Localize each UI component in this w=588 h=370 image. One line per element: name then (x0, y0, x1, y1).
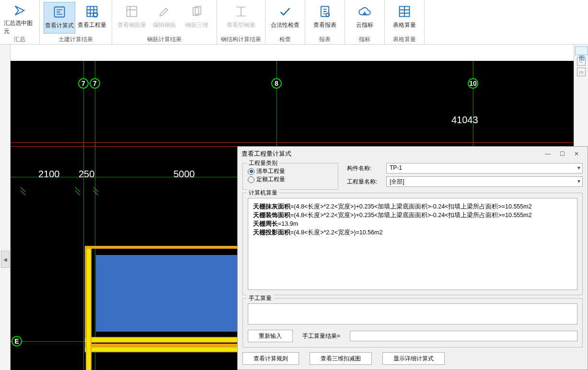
calculation-dialog: 查看工程量计算式 — ☐ ✕ 工程量类别 清单工程量 定额工程量 构件名称: T (237, 146, 588, 370)
ribbon-group-label: 指标 (359, 34, 370, 46)
dimension-text: 250 (79, 169, 94, 180)
manual-calc-input[interactable] (248, 303, 577, 324)
calc-line-formula: =(4.8<长度>*2.2<宽度>)+0.235<加墙上梁底面面积>-0.24<… (290, 212, 532, 219)
grid-bubble: 8 (271, 78, 282, 89)
svg-rect-1 (87, 7, 97, 17)
manual-calc-legend: 手工算量 (247, 294, 274, 302)
radio-quota-quantity[interactable]: 定额工程量 (248, 175, 285, 184)
calc-line: 天棚周长=13.9m (253, 220, 572, 228)
manual-result-label: 手工算量结果= (302, 332, 340, 340)
mini-box-2[interactable]: ▭ (577, 68, 586, 76)
calc-line-name: 天棚抹灰面积 (253, 203, 290, 210)
ribbon-quantity-button[interactable]: 查看工程量 (76, 2, 108, 34)
dialog-titlebar[interactable]: 查看工程量计算式 — ☐ ✕ (238, 147, 588, 161)
right-tab[interactable]: 图 (575, 46, 588, 55)
manual-result-field[interactable] (350, 331, 577, 341)
ribbon-group: 合法性检查检查 (265, 0, 305, 44)
ribbon-btn-label: 钢筋三维 (185, 21, 208, 29)
quantity-select[interactable]: [全部] (386, 176, 583, 187)
ribbon-group: 云指标指标 (345, 0, 385, 44)
view-3d-deduct-button[interactable]: 查看三维扣减图 (310, 352, 372, 365)
calc-line: 天棚抹灰面积=(4.8<长度>*2.2<宽度>)+0.235<加墙上梁底面面积>… (253, 202, 572, 211)
rebar-qty-icon (124, 4, 139, 19)
manual-calc-fieldset: 手工算量 重新输入 手工算量结果= (242, 298, 583, 347)
check-icon (277, 4, 293, 19)
maximize-icon[interactable]: ☐ (555, 149, 569, 159)
ribbon-steel-button: 查看型钢量 (225, 2, 257, 34)
ribbon: 汇总选中图元汇总查看计算式查看工程量土建计算结果查看钢筋量编辑钢筋钢筋三维钢筋计… (0, 0, 588, 45)
slab-fill[interactable] (96, 255, 244, 332)
close-icon[interactable]: ✕ (569, 149, 584, 159)
ribbon-group: 查看钢筋量编辑钢筋钢筋三维钢筋计算结果 (112, 0, 217, 44)
ribbon-check-button[interactable]: 合法性检查 (269, 2, 301, 34)
radio-dot-icon (248, 168, 254, 175)
gridline-vertical (83, 61, 84, 370)
ribbon-sum-button[interactable]: 汇总选中图元 (4, 2, 35, 34)
formula-icon (52, 4, 67, 20)
view-rules-button[interactable]: 查看计算规则 (242, 352, 299, 365)
ribbon-group-label: 表格算量 (393, 34, 416, 46)
ribbon-btn-label: 查看型钢量 (227, 21, 255, 29)
radio-dot-icon (248, 176, 254, 183)
grid-bubble: E (12, 336, 22, 347)
component-select[interactable]: TP-1 (386, 163, 583, 173)
beam (85, 337, 248, 343)
ribbon-group: 查看型钢量钢结构计算结果 (217, 0, 265, 44)
ribbon-group: 查看报表报表 (305, 0, 345, 44)
dim-tick (92, 189, 99, 196)
cloud-icon (357, 4, 372, 19)
quantity-name-label: 工程量名称: (347, 178, 381, 186)
edit-rebar-icon (157, 4, 172, 19)
ribbon-formula-button[interactable]: 查看计算式 (44, 2, 75, 34)
ribbon-group: 表格算量表格算量 (385, 0, 425, 44)
dialog-title: 查看工程量计算式 (242, 150, 541, 158)
dimension-text: 41043 (451, 115, 478, 126)
ribbon-report-button[interactable]: 查看报表 (309, 2, 341, 34)
ribbon-table-button[interactable]: 表格算量 (389, 2, 420, 34)
component-name-label: 构件名称: (347, 164, 381, 173)
category-fieldset: 工程量类别 清单工程量 定额工程量 (242, 163, 338, 190)
computer-calc-legend: 计算机算量 (247, 189, 279, 197)
reenter-button[interactable]: 重新输入 (248, 330, 293, 342)
calc-line-name: 天棚装饰面积 (253, 212, 290, 219)
collapse-left-icon[interactable]: ◀ (1, 251, 10, 268)
ribbon-group: 查看计算式查看工程量土建计算结果 (40, 0, 112, 44)
calc-line-name: 天棚投影面积 (253, 229, 290, 236)
minimize-icon[interactable]: — (541, 149, 555, 159)
report-icon (317, 4, 333, 19)
calc-line-formula: =(4.8<长度>*2.2<宽度>)=10.56m2 (290, 229, 382, 236)
ribbon-group: 汇总选中图元汇总 (0, 0, 40, 44)
grid-bubble: 10 (468, 78, 478, 89)
beam (85, 347, 248, 352)
computer-calc-fieldset: 计算机算量 天棚抹灰面积=(4.8<长度>*2.2<宽度>)+0.235<加墙上… (242, 193, 583, 295)
show-detail-button[interactable]: 显示详细计算式 (382, 352, 445, 365)
calc-line: 天棚投影面积=(4.8<长度>*2.2<宽度>)=10.56m2 (253, 228, 572, 237)
ribbon-group-label: 土建计算结果 (58, 34, 93, 46)
dimension-text: 5000 (173, 169, 195, 180)
redline (11, 142, 574, 143)
ribbon-group-label: 报表 (319, 34, 331, 46)
ribbon-btn-label: 查看钢筋量 (117, 21, 146, 29)
ribbon-group-label: 汇总 (14, 34, 25, 46)
ribbon-cloud-button[interactable]: 云指标 (349, 2, 380, 34)
ribbon-btn-label: 编辑钢筋 (153, 21, 176, 29)
category-legend: 工程量类别 (247, 159, 279, 167)
ribbon-btn-label: 合法性检查 (271, 21, 300, 29)
ribbon-edit-rebar-button: 编辑钢筋 (149, 2, 180, 34)
radio-list-quantity[interactable]: 清单工程量 (248, 167, 285, 175)
dim-tick (20, 189, 26, 196)
calc-line-formula: =(4.8<长度>*2.2<宽度>)+0.235<加墙上梁底面面积>-0.24<… (290, 203, 532, 210)
beam (86, 249, 92, 370)
ribbon-btn-label: 查看工程量 (78, 21, 106, 29)
quantity-icon (84, 4, 100, 19)
ribbon-btn-label: 查看计算式 (45, 22, 74, 30)
ribbon-group-label: 钢筋计算结果 (147, 34, 182, 46)
dimension-text: 2100 (38, 169, 60, 180)
mini-box-1[interactable]: – (577, 57, 586, 66)
table-icon (397, 4, 412, 19)
ribbon-btn-label: 云指标 (356, 21, 373, 29)
computer-calc-text[interactable]: 天棚抹灰面积=(4.8<长度>*2.2<宽度>)+0.235<加墙上梁底面面积>… (248, 198, 577, 290)
sum-icon (12, 4, 27, 17)
ribbon-btn-label: 汇总选中图元 (4, 19, 35, 35)
ribbon-rebar-qty-button: 查看钢筋量 (116, 2, 148, 34)
